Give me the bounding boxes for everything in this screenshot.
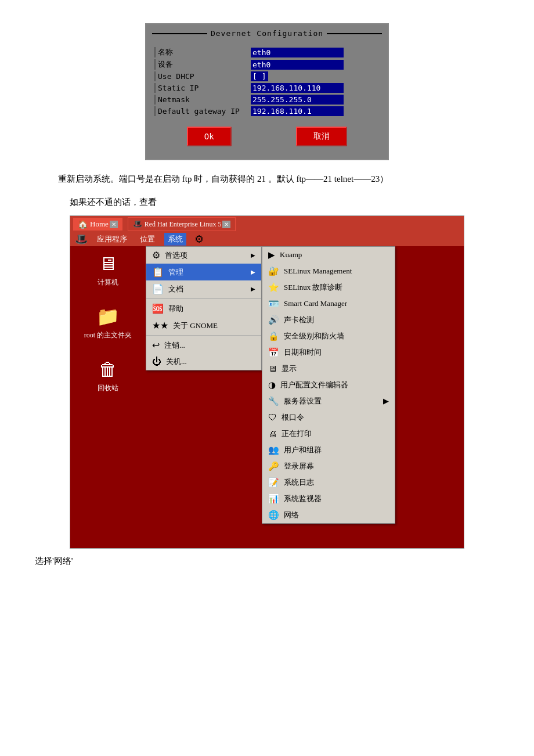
submenu-security[interactable]: 🔒 安全级别和防火墙 [262,328,395,344]
submenu-kuamp-label: Kuamp [280,250,302,260]
submenu-root-password-label: 根口令 [282,412,304,423]
sys-menu-docs[interactable]: 📄 文档 ▶ [146,280,261,297]
taskbar-home-label: Home [90,219,109,229]
menubar-places[interactable]: 位置 [136,233,158,246]
trash-label: 回收站 [98,383,118,393]
security-icon: 🔒 [268,331,279,341]
system-icon: ⚙ [194,233,204,246]
cancel-button[interactable]: 取消 [296,127,347,146]
field-label: Use DHCP [158,72,251,81]
admin-icon: 📋 [152,267,164,278]
trash-icon: 🗑 [94,358,122,381]
home-icon: 🏠 [78,219,88,229]
desktop-screenshot: 🏠 Home ✕ 🎩 Red Hat Enterprise Linux 5 ✕ … [70,215,464,549]
arrow-icon: ▶ [251,252,255,258]
submenu-network[interactable]: 🌐 网络 [262,507,395,523]
submenu-printing[interactable]: 🖨 正在打印 [262,426,395,442]
paragraph-1: 重新启动系统。端口号是在启动 ftp 时，自动获得的 21 。默认 ftp——2… [58,172,499,187]
field-value: eth0 [251,48,344,57]
submenu-server-settings[interactable]: 🔧 服务器设置 ▶ [262,393,395,409]
docs-icon: 📄 [152,283,164,294]
preferences-icon: ⚙ [152,250,160,261]
sound-icon: 🔊 [268,315,279,325]
field-label: Netmask [158,95,251,104]
selinux-diag-icon: ⭐ [268,282,279,293]
paragraph-2: 如果还不通的话，查看 [70,195,499,210]
smart-card-icon: 🪪 [268,298,279,309]
bottom-text: 选择'网络' [35,556,499,567]
menubar-system[interactable]: 系统 [164,233,186,246]
submenu-sound[interactable]: 🔊 声卡检测 [262,312,395,328]
app-close-button[interactable]: ✕ [222,221,230,228]
submenu-smart-card[interactable]: 🪪 Smart Card Manager [262,296,395,312]
taskbar-home-button[interactable]: 🏠 Home ✕ [73,217,123,231]
submenu-users-groups[interactable]: 👥 用户和组群 [262,442,395,458]
field-row-device: 设备 eth0 [154,59,380,70]
field-label: 名称 [158,47,251,57]
sys-menu-about-label: 关于 GNOME [173,321,218,331]
terminal-titlebar: Devernet Configuration [149,27,385,40]
terminal-buttons: Ok 取消 [154,127,380,151]
desktop-icon-computer[interactable]: 🖥 计算机 [82,252,134,287]
submenu-datetime[interactable]: 📅 日期和时间 [262,344,395,361]
menubar: 🎩 应用程序 位置 系统 ⚙ [70,232,464,246]
submenu-selinux-diag[interactable]: ⭐ SELinux 故障诊断 [262,279,395,296]
sysmonitor-icon: 📊 [268,494,279,504]
help-icon: 🆘 [152,303,164,314]
sys-menu-admin-label: 管理 [168,267,183,278]
logout-icon: ↩ [152,340,160,351]
menu-separator-2 [146,335,261,336]
submenu-root-password[interactable]: 🛡 根口令 [262,409,395,426]
sys-menu-logout[interactable]: ↩ 注销... [146,337,261,354]
taskbar: 🏠 Home ✕ 🎩 Red Hat Enterprise Linux 5 ✕ [70,216,464,232]
submenu-datetime-label: 日期和时间 [284,347,322,358]
field-value: 192.168.110.110 [251,83,344,93]
home-close-button[interactable]: ✕ [110,221,118,228]
sys-menu-preferences-label: 首选项 [165,250,187,261]
taskbar-app-button[interactable]: 🎩 Red Hat Enterprise Linux 5 ✕ [128,217,236,231]
submenu-printing-label: 正在打印 [282,429,312,439]
field-row-ip: Static IP 192.168.110.110 [154,83,380,93]
terminal-body: 名称 eth0 设备 eth0 Use DHCP [ ] Static IP 1… [149,40,385,157]
submenu-selinux-mgmt[interactable]: 🔐 SELinux Management [262,263,395,279]
sys-menu-help[interactable]: 🆘 帮助 [146,300,261,317]
ok-button[interactable]: Ok [187,127,232,146]
selinux-mgmt-icon: 🔐 [268,266,279,276]
submenu-selinux-diag-label: SELinux 故障诊断 [284,282,342,293]
login-screen-icon: 🔑 [268,461,279,471]
printing-icon: 🖨 [268,429,277,439]
desktop-icons-column: 🖥 计算机 📁 root 的主文件夹 🗑 回收站 [70,246,146,548]
field-label: Static IP [158,84,251,92]
sys-menu-docs-label: 文档 [168,284,183,294]
home-folder-label: root 的主文件夹 [84,330,132,340]
submenu-sysmonitor[interactable]: 📊 系统监视器 [262,491,395,507]
sys-menu-preferences[interactable]: ⚙ 首选项 ▶ [146,247,261,264]
submenu-kuamp[interactable]: ▶ Kuamp [262,247,395,263]
terminal-title: Devernet Configuration [211,29,323,38]
submenu-syslog[interactable]: 📝 系统日志 [262,474,395,491]
submenu-login-screen[interactable]: 🔑 登录屏幕 [262,458,395,474]
submenu-server-settings-label: 服务器设置 [284,396,322,406]
desktop-icon-trash[interactable]: 🗑 回收站 [82,358,134,393]
sys-menu-logout-label: 注销... [164,340,185,351]
submenu-user-profile[interactable]: ◑ 用户配置文件编辑器 [262,377,395,393]
taskbar-app-label: Red Hat Enterprise Linux 5 [145,220,222,229]
sys-menu-shutdown[interactable]: ⏻ 关机... [146,354,261,370]
sys-menu-about[interactable]: ★★ 关于 GNOME [146,317,261,334]
menubar-applications[interactable]: 应用程序 [93,233,131,246]
desktop-icon-home[interactable]: 📁 root 的主文件夹 [82,305,134,340]
computer-label: 计算机 [98,278,118,287]
submenu-smart-card-label: Smart Card Manager [284,299,347,308]
submenu-security-label: 安全级别和防火墙 [284,331,344,341]
field-row-name: 名称 eth0 [154,47,380,57]
submenu-display[interactable]: 🖥 显示 [262,361,395,377]
computer-icon: 🖥 [94,252,122,275]
sys-menu-shutdown-label: 关机... [166,357,187,367]
submenu-display-label: 显示 [282,363,297,374]
menu-separator [146,298,261,299]
redhat-logo-icon: 🎩 [75,233,88,246]
user-profile-icon: ◑ [268,380,276,390]
sys-menu-admin[interactable]: 📋 管理 ▶ [146,264,261,280]
field-value: 192.168.110.1 [251,106,344,116]
submenu-users-groups-label: 用户和组群 [284,445,322,455]
